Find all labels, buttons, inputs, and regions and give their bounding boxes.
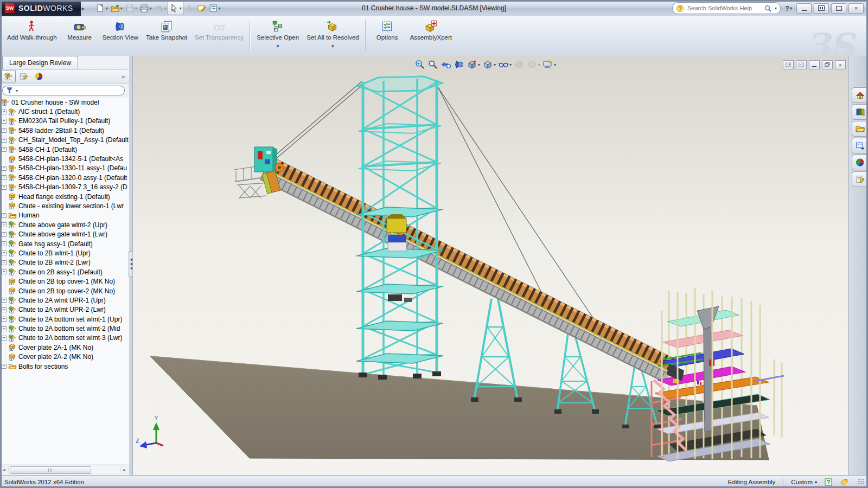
save-button[interactable]: ▾: [124, 2, 138, 15]
tree-root-item[interactable]: 01 Crusher house - SW model: [0, 98, 129, 107]
expand-toggle[interactable]: +: [2, 307, 7, 312]
expand-toggle[interactable]: +: [2, 298, 7, 303]
tree-item[interactable]: +Chute to 2A wlmt UPR-2 (Lwr): [0, 305, 129, 314]
print-button[interactable]: ▾: [138, 2, 153, 15]
previous-view-button[interactable]: [440, 59, 452, 70]
tree-item[interactable]: +5458-ladder-2Btail-1 (Default): [0, 126, 129, 135]
tree-item[interactable]: +Chute to 2A bottom set wlmt-3 (Lwr): [0, 333, 129, 343]
expand-toggle[interactable]: +: [2, 128, 7, 133]
set-all-to-resolved-button[interactable]: Set All to Resolved▼: [303, 18, 363, 53]
scroll-thumb[interactable]: [10, 466, 91, 474]
comment-button[interactable]: [195, 2, 207, 15]
section-view-button[interactable]: Section View: [99, 18, 142, 53]
featuremanager-tree-tab[interactable]: [2, 70, 16, 82]
expand-toggle[interactable]: +: [2, 213, 7, 218]
new-document-button[interactable]: ▾: [94, 2, 109, 15]
menu-expand-arrow[interactable]: ▸: [82, 5, 85, 11]
view-orientation-button[interactable]: ▾: [466, 59, 481, 70]
search-input[interactable]: [686, 4, 762, 12]
scroll-right-arrow[interactable]: ►: [120, 468, 129, 472]
tree-item[interactable]: +Chute above gate wlmt-1 (Lwr): [0, 229, 129, 239]
search-dropdown-caret[interactable]: ▾: [775, 6, 777, 11]
tree-item[interactable]: +Chute - existing lower section-1 (Lwr: [0, 201, 129, 210]
expand-toggle[interactable]: +: [2, 326, 7, 331]
tree-item[interactable]: +Cover plate 2A-2 (MK No): [0, 352, 129, 362]
doc-restore-button[interactable]: [822, 60, 833, 69]
tree-item[interactable]: +5458-CH-plan-1342-5-1 (Default<As: [0, 154, 129, 163]
sticky-pin-button[interactable]: [183, 2, 195, 15]
maximize-button[interactable]: [831, 3, 846, 14]
assemblyxpert-button[interactable]: AssemblyXpert: [406, 18, 456, 53]
zoom-to-area-button[interactable]: [427, 59, 439, 70]
tree-filter-input[interactable]: ▾: [2, 86, 125, 95]
expand-toggle[interactable]: +: [2, 317, 7, 322]
tag-icon[interactable]: [840, 478, 848, 486]
show-right-pane-button[interactable]: [796, 60, 807, 69]
tree-item[interactable]: +Chute to 2B wlmt-2 (Lwr): [0, 258, 129, 267]
hide-show-items-button[interactable]: ▾: [497, 59, 512, 70]
tree-item[interactable]: +AIC-struct-1 (Default): [0, 107, 129, 116]
expand-toggle[interactable]: +: [2, 222, 7, 227]
tree-item[interactable]: +5458-CH-1 (Default): [0, 145, 129, 154]
large-design-review-tab[interactable]: Large Design Review: [2, 56, 78, 69]
help-button[interactable]: ?▾: [783, 4, 794, 12]
options-button[interactable]: Options: [368, 18, 406, 53]
filter-caret[interactable]: ▾: [16, 88, 18, 93]
tree-item[interactable]: +CH_Stair_Model_Top_Assy-1 (Default: [0, 136, 129, 145]
tree-item[interactable]: +5458-CH-plan-1330-11 assy-1 (Defau: [0, 164, 129, 173]
tree-item[interactable]: +Chute on 2B top cover-1 (MK No): [0, 277, 129, 286]
tree-item[interactable]: +Chute to 2A wlmt UPR-1 (Upr): [0, 296, 129, 305]
restore-button[interactable]: [814, 3, 829, 14]
scroll-left-arrow[interactable]: ◄: [0, 468, 8, 472]
graphics-area[interactable]: Y Z ▾▾▾▾▾ ×: [132, 56, 849, 475]
tree-item[interactable]: +Chute to 2A bottom set wlmt-1 (Upr): [0, 314, 129, 324]
expand-toggle[interactable]: +: [2, 364, 7, 369]
expand-toggle[interactable]: +: [2, 185, 7, 190]
expand-toggle[interactable]: +: [2, 269, 7, 274]
tree-item[interactable]: +Chute to 2A bottom set wlmt-2 (Mid: [0, 324, 129, 333]
tree-horizontal-scrollbar[interactable]: ◄ ►: [0, 465, 129, 474]
minimize-button[interactable]: [796, 3, 812, 14]
section-view-button[interactable]: [453, 59, 465, 70]
solidworks-resources-tab[interactable]: [852, 87, 868, 103]
configurationmanager-tab[interactable]: [32, 70, 46, 82]
zoom-to-fit-button[interactable]: [414, 59, 426, 70]
tree-item[interactable]: +Human: [0, 211, 129, 220]
show-left-pane-button[interactable]: [783, 60, 794, 69]
help-search-box[interactable]: ? ▾: [672, 2, 781, 14]
tree-item[interactable]: +Gate hsg assy-1 (Default): [0, 239, 129, 248]
doc-minimize-button[interactable]: [809, 60, 820, 69]
tree-item[interactable]: +EM0230A Tail Pulley-1 (Default): [0, 117, 129, 126]
units-dropdown[interactable]: Custom▴: [791, 479, 817, 485]
design-library-tab[interactable]: [852, 104, 868, 120]
display-style-button[interactable]: ▾: [482, 59, 496, 70]
scroll-track[interactable]: [8, 466, 120, 473]
tree-item[interactable]: +Head flange existing-1 (Default): [0, 192, 129, 201]
tree-item[interactable]: +Chute above gate wlmt-2 (Upr): [0, 220, 129, 229]
expand-toggle[interactable]: +: [2, 147, 7, 152]
custom-properties-tab[interactable]: [852, 171, 868, 187]
select-cursor-button[interactable]: ▾: [168, 1, 183, 15]
file-explorer-tab[interactable]: [852, 121, 868, 137]
expand-toggle[interactable]: +: [2, 119, 7, 124]
expand-toggle[interactable]: +: [2, 166, 7, 171]
resize-grip[interactable]: [858, 478, 865, 485]
expand-toggle[interactable]: +: [2, 110, 7, 114]
expand-toggle[interactable]: +: [2, 260, 7, 265]
tree-item[interactable]: +Chute to 2B wlmt-1 (Upr): [0, 248, 129, 258]
panel-overflow-chevron[interactable]: »: [122, 73, 125, 80]
expand-toggle[interactable]: +: [2, 241, 7, 246]
doc-close-button[interactable]: ×: [835, 60, 846, 69]
tree-item[interactable]: +Cover plate 2A-1 (MK No): [0, 343, 129, 352]
tree-item[interactable]: +5458-CH-plan-1320-0 assy-1 (Default: [0, 173, 129, 182]
measure-button[interactable]: Measure: [61, 18, 99, 53]
quick-tips-icon[interactable]: ?: [825, 478, 832, 486]
expand-toggle[interactable]: +: [2, 336, 7, 341]
open-folder-button[interactable]: ▾: [109, 2, 124, 15]
propertymanager-tab[interactable]: [17, 70, 31, 82]
selective-open-button[interactable]: Selective Open▼: [253, 18, 303, 53]
3d-viewport[interactable]: Y Z: [133, 56, 849, 475]
quick-list-button[interactable]: ▾: [207, 2, 222, 15]
close-button[interactable]: ×: [848, 3, 864, 14]
tree-item[interactable]: +5458-CH-plan-1309-7 3_16 assy-2 (D: [0, 183, 129, 192]
